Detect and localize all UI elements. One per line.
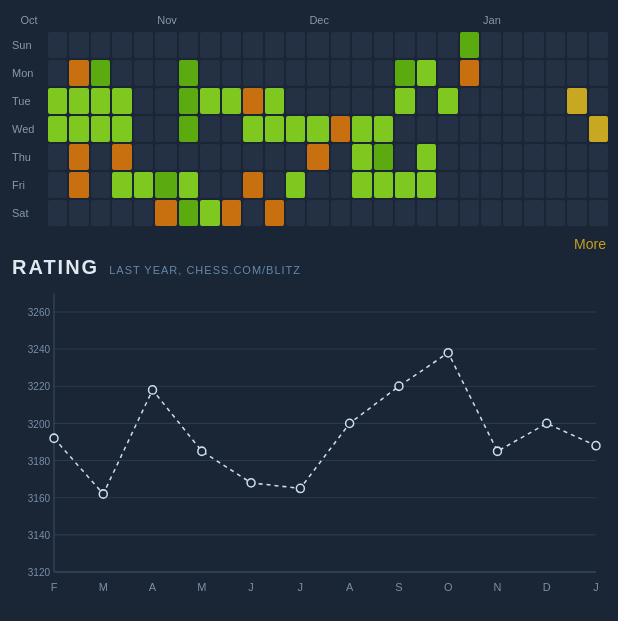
month-label [200,10,219,30]
heatmap-cell [503,32,522,58]
heatmap-cell [481,88,501,114]
heatmap-cell [265,88,284,114]
heatmap-cell [307,60,329,86]
heatmap-cell [503,88,522,114]
svg-text:M: M [197,580,206,592]
heatmap-cell [331,32,350,58]
heatmap-cell [524,88,543,114]
month-label [546,10,565,30]
heatmap-cell [243,172,262,198]
heatmap-cell [546,116,565,142]
heatmap-cell [395,116,414,142]
heatmap-cell [91,60,110,86]
heatmap-cell [352,88,371,114]
heatmap-section: OctNovDecJanSunMonTueWedThuFriSat [0,0,618,232]
svg-text:S: S [395,580,402,592]
svg-text:J: J [248,580,253,592]
day-label: Fri [10,172,46,198]
rating-subtitle: Last Year, Chess.com/Blitz [109,264,301,276]
heatmap-cell [567,32,586,58]
heatmap-cell [200,172,219,198]
heatmap-cell [417,88,436,114]
heatmap-cell [589,88,608,114]
heatmap-cell [222,32,241,58]
heatmap-cell [112,144,131,170]
month-label: Dec [307,10,329,30]
rating-header: Rating Last Year, Chess.com/Blitz [12,256,606,279]
heatmap-cell [200,144,219,170]
heatmap-cell [48,88,67,114]
heatmap-cell [503,200,522,226]
heatmap-cell [200,88,219,114]
heatmap-cell [395,32,414,58]
heatmap-cell [567,200,586,226]
heatmap-cell [286,60,305,86]
svg-text:J: J [298,580,303,592]
heatmap-cell [91,32,110,58]
heatmap-cell [374,60,393,86]
heatmap-cell [134,116,153,142]
heatmap-cell [481,60,501,86]
svg-text:F: F [51,580,58,592]
heatmap-cell [69,200,88,226]
heatmap-cell [546,200,565,226]
heatmap-cell [112,32,131,58]
heatmap-cell [307,88,329,114]
heatmap-cell [589,116,608,142]
heatmap-cell [438,32,457,58]
month-label [179,10,198,30]
heatmap-cell [307,32,329,58]
heatmap-cell [331,172,350,198]
heatmap-cell [112,116,131,142]
heatmap-cell [438,144,457,170]
svg-text:A: A [149,580,157,592]
heatmap-cell [243,88,262,114]
heatmap-cell [374,200,393,226]
month-label [374,10,393,30]
heatmap-corner [589,10,608,30]
day-label: Sat [10,200,46,226]
heatmap-cell [134,144,153,170]
heatmap-cell [546,32,565,58]
more-button[interactable]: More [574,236,606,252]
heatmap-cell [48,172,67,198]
heatmap-cell [112,200,131,226]
month-label [69,10,88,30]
heatmap-cell [265,200,284,226]
heatmap-cell [352,116,371,142]
heatmap-cell [567,172,586,198]
heatmap-cell [179,60,198,86]
heatmap-cell [200,200,219,226]
heatmap-cell [460,88,479,114]
heatmap-cell [48,116,67,142]
heatmap-cell [265,144,284,170]
heatmap-cell [374,116,393,142]
heatmap-cell [417,144,436,170]
month-label [134,10,153,30]
heatmap-cell [91,200,110,226]
heatmap-cell [374,144,393,170]
heatmap-cell [112,172,131,198]
day-label: Wed [10,116,46,142]
heatmap-cell [395,144,414,170]
heatmap-cell [331,60,350,86]
month-label [286,10,305,30]
heatmap-cell [374,172,393,198]
heatmap-cell [352,172,371,198]
day-label: Thu [10,144,46,170]
heatmap-cell [438,88,457,114]
month-label [243,10,262,30]
heatmap-cell [417,116,436,142]
svg-point-30 [50,434,58,442]
heatmap-cell [438,172,457,198]
heatmap-cell [307,116,329,142]
heatmap-cell [438,60,457,86]
heatmap-cell [179,88,198,114]
heatmap-cell [589,32,608,58]
heatmap-cell [222,172,241,198]
heatmap-cell [417,172,436,198]
heatmap-cell [134,60,153,86]
heatmap-cell [589,60,608,86]
svg-text:N: N [493,580,501,592]
heatmap-cell [481,200,501,226]
